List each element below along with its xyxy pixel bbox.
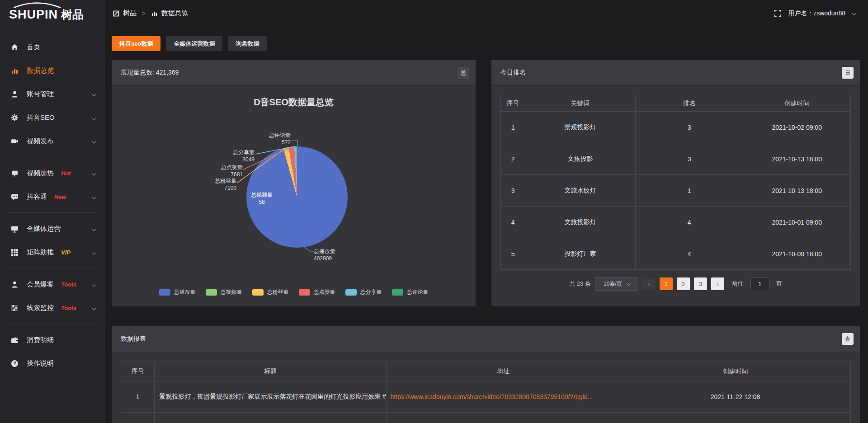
sidebar-item-label: 账号管理 — [27, 90, 54, 99]
goto-page-input[interactable] — [750, 277, 769, 290]
ranking-cell: 文旅水纹灯 — [525, 175, 636, 207]
legend-item-总播放量[interactable]: 总播放量 — [159, 288, 196, 296]
ranking-cell: 2021-10-13 18:00 — [743, 143, 851, 175]
sidebar-item-抖音SEO[interactable]: 抖音SEO — [0, 106, 105, 129]
ranking-row: 5投影灯厂家42021-10-09 18:00 — [501, 238, 851, 270]
video-icon — [11, 137, 20, 145]
sidebar-item-矩阵助推[interactable]: 矩阵助推VIP — [0, 240, 105, 264]
legend-item-总视频量[interactable]: 总视频量 — [206, 288, 242, 296]
brand-icon — [113, 10, 119, 17]
topbar-right: 用户名：zswodun88 — [774, 9, 860, 18]
report-cell-no: 1 — [121, 381, 155, 413]
report-card-header: 数据报表 表 — [112, 326, 860, 352]
column-header: 关键词 — [525, 95, 636, 112]
legend-label: 总视频量 — [221, 288, 242, 296]
sidebar-item-线索监控[interactable]: 线索监控Tools — [0, 296, 105, 320]
breadcrumb-root[interactable]: 树品 — [123, 9, 137, 18]
prev-page-button[interactable]: ‹ — [642, 277, 656, 290]
goto-label: 前往 — [732, 280, 744, 288]
main-area: 树品 > 数据总览 用户名：zswodun88 抖音seo数据全媒体运营数据询盘… — [105, 0, 868, 423]
sidebar-item-视频加热[interactable]: 视频加热Hot — [0, 161, 105, 185]
fullscreen-icon[interactable] — [774, 9, 782, 17]
video-link[interactable]: https://www.iesdouyin.com/share/video/70… — [390, 393, 593, 400]
ranking-cell: 2 — [501, 143, 525, 175]
logo-text-en: SHUPIN — [9, 8, 58, 21]
sidebar-item-label: 消费明细 — [27, 336, 54, 344]
column-header: 创建时间 — [743, 95, 851, 112]
table-header-row: 序号关键词排名创建时间 — [501, 95, 851, 112]
report-cell — [620, 413, 850, 423]
report-cell-title: 景观投影灯，夜游景观投影灯厂家展示展示落花灯在花园里的灯光投影应用效果 # — [155, 381, 387, 413]
total-view-button[interactable]: 总 — [458, 67, 469, 79]
breadcrumb-current: 数据总览 — [161, 9, 189, 18]
tab-抖音seo数据[interactable]: 抖音seo数据 — [112, 36, 160, 51]
legend-swatch — [345, 289, 357, 296]
logo-text-cn: 树品 — [61, 8, 84, 21]
ranking-row: 4文旅投影灯42021-10-01 09:00 — [501, 207, 851, 238]
chat-icon — [11, 193, 20, 201]
sidebar-item-数据总览[interactable]: 数据总览 — [0, 59, 105, 82]
tab-全媒体运营数据[interactable]: 全媒体运营数据 — [166, 36, 222, 51]
daily-button[interactable]: 日 — [842, 67, 854, 79]
tab-询盘数据[interactable]: 询盘数据 — [228, 36, 267, 51]
ranking-body: 序号关键词排名创建时间1景观投影灯32021-10-02 09:002文旅投影3… — [491, 86, 860, 306]
home-icon — [11, 43, 20, 51]
legend-swatch — [252, 289, 264, 296]
pagination-total: 共 23 条 — [569, 280, 591, 288]
column-header: 序号 — [121, 362, 155, 381]
chevron-down-icon — [91, 115, 96, 120]
logo[interactable]: SHUPIN树品 — [0, 0, 105, 28]
sidebar-item-label: 全媒体运营 — [27, 225, 61, 233]
sidebar-item-全媒体运营[interactable]: 全媒体运营 — [0, 217, 105, 240]
top-row: 展现量总数: 421,369 总 D音SEO数据量总览 总播放量402909总视… — [112, 60, 860, 306]
legend-item-总点赞量[interactable]: 总点赞量 — [299, 288, 335, 296]
legend-label: 总评论量 — [407, 288, 429, 296]
monitor-icon — [11, 225, 20, 233]
ranking-cell: 1 — [635, 175, 743, 207]
chart-legend: 总播放量总视频量总粉丝量总点赞量总分享量总评论量 — [112, 288, 476, 296]
legend-item-总粉丝量[interactable]: 总粉丝量 — [252, 288, 289, 296]
username[interactable]: 用户名：zswodun88 — [788, 9, 845, 18]
member-icon — [11, 281, 20, 288]
sidebar-item-label: 会员爆客 — [27, 280, 54, 289]
page-button-3[interactable]: 3 — [694, 277, 707, 290]
menu-divider — [8, 212, 97, 213]
sidebar-item-账号管理[interactable]: 账号管理 — [0, 82, 105, 106]
next-page-button[interactable]: › — [711, 277, 724, 290]
app-root: SHUPIN树品 首页数据总览账号管理抖音SEO视频发布视频加热Hot抖客通Ne… — [0, 0, 868, 423]
column-header: 排名 — [635, 95, 743, 112]
page-button-1[interactable]: 1 — [660, 277, 673, 290]
report-body: 序号标题地址创建时间1景观投影灯，夜游景观投影灯厂家展示展示落花灯在花园里的灯光… — [112, 352, 860, 423]
sidebar-item-会员爆客[interactable]: 会员爆客Tools — [0, 273, 105, 296]
sidebar-item-首页[interactable]: 首页 — [0, 35, 105, 59]
chevron-down-icon[interactable] — [852, 10, 857, 15]
pie-label-总播放量: 总播放量402909 — [314, 248, 363, 262]
sidebar-item-label: 线索监控 — [27, 304, 54, 312]
sidebar-item-label: 操作说明 — [27, 359, 54, 368]
chevron-down-icon — [91, 194, 96, 199]
report-table: 序号标题地址创建时间1景观投影灯，夜游景观投影灯厂家展示展示落花灯在花园里的灯光… — [121, 362, 851, 423]
report-title: 数据报表 — [121, 335, 146, 343]
chevron-down-icon — [91, 226, 96, 231]
ranking-cell: 5 — [501, 238, 525, 270]
page-button-2[interactable]: 2 — [677, 277, 690, 290]
ranking-cell: 3 — [635, 143, 743, 175]
page-size-select[interactable]: 10条/页 — [595, 277, 638, 291]
sidebar-item-抖客通[interactable]: 抖客通New — [0, 185, 105, 208]
ranking-cell: 文旅投影 — [525, 143, 636, 175]
legend-item-总分享量[interactable]: 总分享量 — [345, 288, 382, 296]
table-button[interactable]: 表 — [842, 333, 854, 345]
legend-swatch — [392, 289, 403, 296]
legend-item-总评论量[interactable]: 总评论量 — [392, 288, 429, 296]
topbar: 树品 > 数据总览 用户名：zswodun88 — [112, 0, 860, 27]
ranking-cell: 4 — [635, 238, 743, 270]
pie-label-总评论量: 总评论量572 — [247, 132, 291, 146]
sidebar-item-消费明细[interactable]: 消费明细 — [0, 328, 105, 352]
sidebar-item-操作说明[interactable]: ?操作说明 — [0, 352, 105, 375]
ranking-cell: 2021-10-02 09:00 — [743, 112, 851, 143]
report-card: 数据报表 表 序号标题地址创建时间1景观投影灯，夜游景观投影灯厂家展示展示落花灯… — [112, 326, 860, 423]
gear-icon — [11, 114, 20, 122]
sidebar-item-视频发布[interactable]: 视频发布 — [0, 129, 105, 153]
ranking-cell: 景观投影灯 — [525, 112, 636, 143]
legend-label: 总分享量 — [360, 288, 382, 296]
